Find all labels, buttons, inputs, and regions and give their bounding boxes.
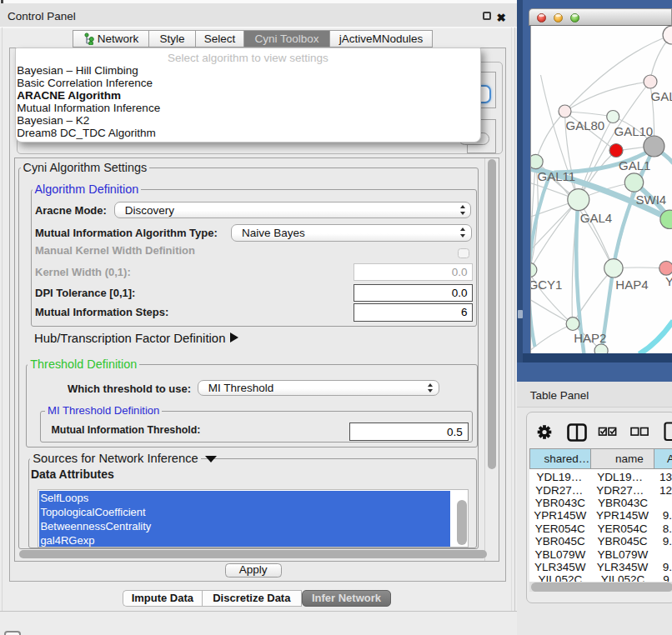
svg-text:GAL1: GAL1	[619, 158, 650, 172]
svg-text:GAL80: GAL80	[565, 118, 604, 132]
svg-text:Y: Y	[665, 274, 672, 288]
svg-text:HAP4: HAP4	[615, 278, 648, 292]
svg-text:GAL11: GAL11	[537, 169, 575, 183]
svg-text:GCY1: GCY1	[530, 278, 562, 292]
svg-text:GAL: GAL	[650, 89, 672, 103]
svg-text:HAP2: HAP2	[574, 331, 606, 345]
svg-text:GAL4: GAL4	[579, 211, 611, 225]
svg-text:GAL10: GAL10	[614, 124, 653, 138]
svg-text:SWI4: SWI4	[635, 192, 666, 207]
